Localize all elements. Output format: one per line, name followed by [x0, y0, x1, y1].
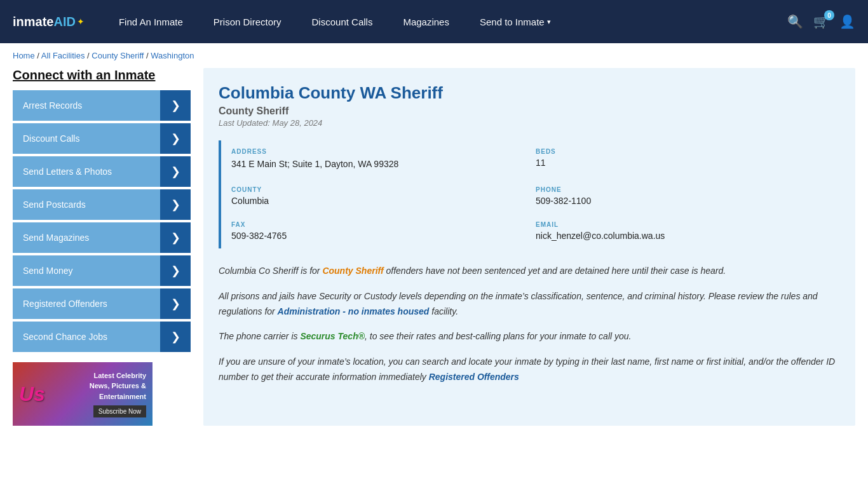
facility-last-updated: Last Updated: May 28, 2024: [219, 118, 840, 128]
county-label: COUNTY: [231, 186, 526, 193]
cart-button[interactable]: 🛒 0: [813, 14, 829, 29]
fax-label: FAX: [231, 221, 526, 228]
nav-discount-calls[interactable]: Discount Calls: [297, 0, 388, 43]
sidebar-btn-discount-calls[interactable]: Discount Calls ❯: [13, 123, 191, 154]
sidebar-btn-arrest-records[interactable]: Arrest Records ❯: [13, 90, 191, 121]
arrow-icon: ❯: [160, 288, 191, 319]
desc-paragraph-2: All prisons and jails have Security or C…: [219, 289, 840, 320]
info-grid: ADDRESS 341 E Main St; Suite 1, Dayton, …: [219, 140, 840, 248]
email-label: EMAIL: [536, 221, 830, 228]
breadcrumb: Home / All Facilities / County Sheriff /…: [0, 43, 868, 68]
breadcrumb-washington[interactable]: Washington: [151, 51, 194, 60]
email-cell: EMAIL nick_henzel@co.columbia.wa.us: [536, 214, 840, 248]
main-nav: Find An Inmate Prison Directory Discount…: [104, 0, 787, 43]
address-value: 341 E Main St; Suite 1, Dayton, WA 99328: [231, 158, 526, 171]
ad-text: Latest CelebrityNews, Pictures &Entertai…: [90, 370, 146, 402]
county-value: Columbia: [231, 196, 526, 206]
securus-link[interactable]: Securus Tech®: [300, 331, 365, 341]
arrow-icon: ❯: [160, 90, 191, 121]
dropdown-arrow-icon: ▾: [547, 18, 551, 26]
phone-cell: PHONE 509-382-1100: [536, 179, 840, 214]
search-button[interactable]: 🔍: [787, 14, 803, 29]
sidebar-btn-second-chance-jobs[interactable]: Second Chance Jobs ❯: [13, 322, 191, 352]
beds-cell: BEDS 11: [536, 140, 840, 179]
facility-title: Columbia County WA Sheriff: [219, 83, 840, 103]
nav-send-to-inmate[interactable]: Send to Inmate ▾: [465, 0, 566, 43]
nav-prison-directory[interactable]: Prison Directory: [198, 0, 297, 43]
address-cell: ADDRESS 341 E Main St; Suite 1, Dayton, …: [231, 140, 536, 179]
ad-logo: Us: [19, 383, 45, 406]
arrow-icon: ❯: [160, 255, 191, 286]
nav-magazines[interactable]: Magazines: [388, 0, 465, 43]
fax-cell: FAX 509-382-4765: [231, 214, 536, 248]
breadcrumb-home[interactable]: Home: [13, 51, 35, 60]
phone-label: PHONE: [536, 186, 830, 193]
desc-paragraph-1: Columbia Co Sheriff is for County Sherif…: [219, 264, 840, 279]
arrow-icon: ❯: [160, 322, 191, 352]
beds-label: BEDS: [536, 148, 830, 155]
ad-subscribe-button[interactable]: Subscribe Now: [93, 405, 146, 417]
sidebar-btn-send-letters[interactable]: Send Letters & Photos ❯: [13, 156, 191, 187]
arrow-icon: ❯: [160, 156, 191, 187]
arrow-icon: ❯: [160, 123, 191, 154]
sidebar-btn-send-postcards[interactable]: Send Postcards ❯: [13, 189, 191, 220]
sidebar: Connect with an Inmate Arrest Records ❯ …: [13, 68, 191, 426]
breadcrumb-all-facilities[interactable]: All Facilities: [41, 51, 85, 60]
breadcrumb-county-sheriff[interactable]: County Sheriff: [92, 51, 144, 60]
fax-value: 509-382-4765: [231, 231, 526, 241]
facility-content: Columbia County WA Sheriff County Sherif…: [203, 68, 855, 426]
desc-paragraph-4: If you are unsure of your inmate’s locat…: [219, 355, 840, 385]
county-cell: COUNTY Columbia: [231, 179, 536, 214]
user-button[interactable]: 👤: [839, 14, 855, 29]
address-label: ADDRESS: [231, 148, 526, 155]
facility-type: County Sheriff: [219, 105, 840, 117]
sidebar-title: Connect with an Inmate: [13, 68, 191, 83]
email-value: nick_henzel@co.columbia.wa.us: [536, 231, 830, 241]
cart-badge: 0: [824, 10, 834, 20]
phone-value: 509-382-1100: [536, 196, 830, 206]
header: inmate AID ✦ Find An Inmate Prison Direc…: [0, 0, 868, 43]
registered-offenders-link[interactable]: Registered Offenders: [429, 372, 519, 382]
sidebar-ad: Us Latest CelebrityNews, Pictures &Enter…: [13, 362, 153, 426]
logo[interactable]: inmate AID ✦: [13, 15, 85, 29]
sidebar-btn-send-magazines[interactable]: Send Magazines ❯: [13, 222, 191, 253]
logo-icon: ✦: [77, 17, 85, 27]
beds-value: 11: [536, 158, 830, 168]
header-icons: 🔍 🛒 0 👤: [787, 14, 855, 29]
nav-find-inmate[interactable]: Find An Inmate: [104, 0, 198, 43]
arrow-icon: ❯: [160, 189, 191, 220]
facility-description: Columbia Co Sheriff is for County Sherif…: [219, 264, 840, 385]
sidebar-btn-send-money[interactable]: Send Money ❯: [13, 255, 191, 286]
arrow-icon: ❯: [160, 222, 191, 253]
desc-paragraph-3: The phone carrier is Securus Tech®, to s…: [219, 329, 840, 344]
administration-link[interactable]: Administration - no inmates housed: [278, 306, 430, 316]
sidebar-btn-registered-offenders[interactable]: Registered Offenders ❯: [13, 288, 191, 319]
county-sheriff-link[interactable]: County Sheriff: [322, 266, 383, 276]
